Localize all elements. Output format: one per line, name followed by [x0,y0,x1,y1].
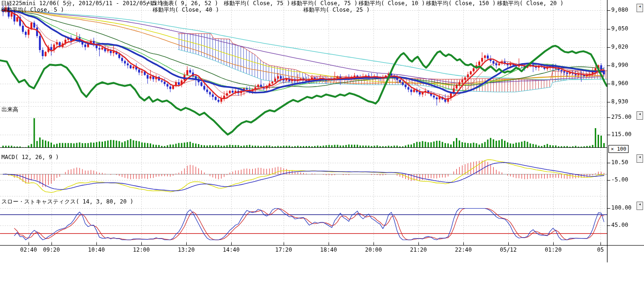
stoch-axis-tick-label: 45.00 [611,222,628,228]
volume-axis-tick-label: 275.00 [611,114,631,120]
header-indicator-label: 移動平均( Close, 150 ) [426,0,496,7]
price-axis-tick-label: 8,960 [611,80,628,87]
time-axis-tick-label: 21:20 [410,247,427,253]
time-axis-tick-label: 17:20 [275,247,292,253]
volume-axis-tick-label: 115.00 [611,131,631,138]
time-axis-tick-label: 02:40 [20,247,37,253]
time-axis-tick-label: 01:20 [545,247,562,253]
time-axis-tick-label: 22:40 [455,247,472,253]
price-axis-tick-label: 9,080 [611,7,628,13]
time-axis-tick-label: 12:00 [133,247,150,253]
panel-scroll-arrow-button[interactable]: ◂ [637,202,643,210]
time-axis-tick-label: 13:20 [178,247,195,253]
time-axis-tick-label: 09:20 [43,247,60,253]
volume-multiplier-badge: × 100 [608,145,629,153]
time-axis-tick-label: 20:00 [365,247,382,253]
header-indicator-label: 移動平均( Close, 5 ) [1,7,64,13]
header-indicator-label: 一目均衡表( 9, 26, 52 ) [146,0,218,7]
header-indicator-label: 移動平均( Close, 75 ) [291,0,358,7]
price-axis-tick-label: 9,020 [611,44,628,50]
price-axis-tick-label: 8,990 [611,62,628,68]
time-axis-tick-label: 05 [597,247,604,253]
header-indicator-label: 移動平均( Close, 40 ) [153,7,219,13]
panel-scroll-arrow-button[interactable]: ◂ [637,4,643,12]
header-indicator-label: 移動平均( Close, 75 ) [224,0,290,7]
macd-panel-label: MACD( 12, 26, 9 ) [1,154,59,160]
macd-axis-tick-label: -5.00 [611,177,628,183]
price-axis-tick-label: 8,930 [611,99,628,105]
volume-panel-label: 出来高 [1,107,18,113]
header-indicator-label: 移動平均( Close, 10 ) [359,0,425,7]
time-axis-tick-label: 18:40 [320,247,337,253]
header-indicator-label: 移動平均( Close, 20 ) [497,0,564,7]
header-indicator-label: 日経225mini 12/06( 5分, 2012/05/11 - 2012/0… [1,0,163,7]
time-axis-tick-label: 10:40 [88,247,105,253]
time-axis-tick-label: 14:40 [223,247,240,253]
header-indicator-label: 移動平均( Close, 25 ) [303,7,370,13]
stochastics-panel-label: スロー・ストキャスティクス( 14, 3, 80, 20 ) [1,199,133,205]
stoch-axis-tick-label: 100.00 [611,205,631,211]
panel-scroll-arrow-button[interactable]: ◂ [637,111,643,120]
price-axis-tick-label: 9,050 [611,26,628,32]
macd-axis-tick-label: 10.50 [611,160,628,166]
time-axis-tick-label: 05/12 [500,247,517,253]
panel-scroll-arrow-button[interactable]: ◂ [637,154,643,163]
chart-window: 日経225mini 12/06( 5分, 2012/05/11 - 2012/0… [0,0,644,290]
